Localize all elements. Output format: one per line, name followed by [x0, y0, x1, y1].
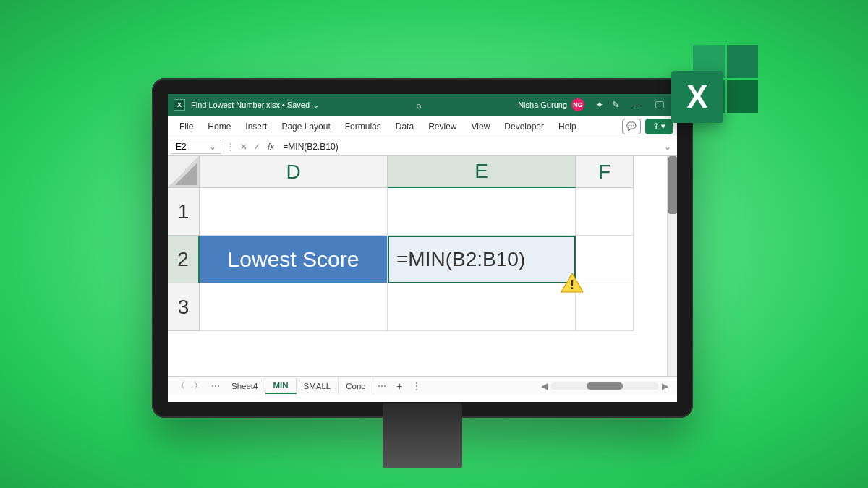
select-all-corner[interactable] [168, 156, 200, 188]
brush-icon[interactable]: ✎ [612, 100, 619, 110]
cell-f1[interactable] [576, 188, 634, 236]
row-header-3[interactable]: 3 [168, 283, 200, 331]
tab-data[interactable]: Data [388, 116, 421, 137]
chevron-down-icon[interactable]: ⌄ [312, 100, 319, 110]
cell-reference: E2 [176, 142, 187, 152]
search-icon[interactable]: ⌕ [416, 100, 422, 111]
monitor-frame: X Find Lowest Number.xlsx • Saved ⌄ ⌕ Ni… [152, 78, 693, 418]
hscroll-left-icon[interactable]: ◀ [541, 381, 548, 391]
formula-more-icon[interactable]: ⋮ [224, 142, 237, 152]
formula-input[interactable]: =MIN(B2:B10) [278, 142, 664, 152]
sheet-overflow-icon[interactable]: ⋯ [373, 381, 391, 391]
tab-file[interactable]: File [172, 116, 200, 137]
cell-d2[interactable]: Lowest Score [200, 236, 388, 283]
sheet-nav-prev[interactable]: 〈 [172, 380, 190, 391]
excel-logo-graphic: X [664, 45, 758, 139]
sheet-tab-sheet4[interactable]: Sheet4 [224, 378, 265, 394]
excel-app-icon: X [174, 99, 185, 111]
cell-e2[interactable]: =MIN(B2:B10) ! [388, 236, 576, 283]
cell-d3[interactable] [200, 283, 388, 331]
column-header-e[interactable]: E [388, 156, 576, 188]
user-name-label[interactable]: Nisha Gurung [518, 100, 567, 109]
user-avatar[interactable]: NG [571, 98, 584, 111]
warning-icon[interactable]: ! [560, 272, 584, 294]
column-header-d[interactable]: D [200, 156, 388, 188]
tab-review[interactable]: Review [421, 116, 464, 137]
sheet-tab-conc[interactable]: Conc [339, 378, 373, 394]
tab-formulas[interactable]: Formulas [338, 116, 388, 137]
row-header-1[interactable]: 1 [168, 188, 200, 236]
minimize-button[interactable]: — [625, 98, 647, 112]
horizontal-scrollbar[interactable] [550, 382, 659, 390]
cell-f2[interactable] [576, 236, 634, 283]
cell-e1[interactable] [388, 188, 576, 236]
row-header-2[interactable]: 2 [168, 236, 200, 283]
sheet-tab-small[interactable]: SMALL [297, 378, 339, 394]
formula-bar: E2 ⌄ ⋮ ✕ ✓ fx =MIN(B2:B10) ⌄ [168, 137, 677, 156]
column-header-f[interactable]: F [576, 156, 634, 188]
ribbon-tabs: File Home Insert Page Layout Formulas Da… [168, 116, 677, 137]
sheet-nav-more[interactable]: ⋯ [207, 381, 224, 391]
svg-text:!: ! [570, 278, 574, 292]
sheet-tab-min[interactable]: MIN [265, 378, 296, 394]
tab-view[interactable]: View [464, 116, 498, 137]
screen: X Find Lowest Number.xlsx • Saved ⌄ ⌕ Ni… [168, 94, 677, 402]
hscroll-right-icon[interactable]: ▶ [662, 381, 668, 391]
expand-formula-icon[interactable]: ⌄ [664, 142, 671, 152]
filename-label: Find Lowest Number.xlsx [191, 100, 280, 109]
tab-page-layout[interactable]: Page Layout [274, 116, 337, 137]
hscroll-thumb[interactable] [587, 382, 623, 390]
comments-button[interactable]: 💬 [622, 119, 641, 134]
maximize-button[interactable] [655, 101, 664, 108]
name-box[interactable]: E2 ⌄ [171, 140, 221, 154]
cancel-formula-icon[interactable]: ✕ [237, 142, 250, 152]
spreadsheet-grid[interactable]: D E F 1 2 Lowest Score =MIN(B2:B10) ! [168, 156, 677, 376]
separator-dot: • [280, 100, 287, 109]
fx-icon[interactable]: fx [268, 142, 274, 152]
sheet-menu-icon[interactable]: ⋮ [408, 381, 425, 391]
tab-developer[interactable]: Developer [497, 116, 551, 137]
diamond-icon[interactable]: ✦ [596, 100, 603, 110]
cell-d1[interactable] [200, 188, 388, 236]
tab-insert[interactable]: Insert [238, 116, 274, 137]
sheet-nav-next[interactable]: 〉 [190, 380, 207, 391]
sheet-tab-bar: 〈 〉 ⋯ Sheet4 MIN SMALL Conc ⋯ + ⋮ ◀ ▶ [168, 376, 677, 395]
title-bar: X Find Lowest Number.xlsx • Saved ⌄ ⌕ Ni… [168, 94, 677, 116]
vertical-scrollbar[interactable] [667, 156, 677, 376]
cell-f3[interactable] [576, 283, 634, 331]
cell-e3[interactable] [388, 283, 576, 331]
saved-state[interactable]: Saved [287, 100, 310, 109]
tab-home[interactable]: Home [200, 116, 238, 137]
accept-formula-icon[interactable]: ✓ [250, 142, 263, 152]
excel-logo-x: X [671, 71, 723, 123]
chevron-down-icon: ⌄ [209, 142, 216, 152]
add-sheet-button[interactable]: + [391, 380, 408, 392]
scrollbar-thumb[interactable] [668, 156, 677, 214]
cell-e2-value: =MIN(B2:B10) [396, 248, 525, 271]
tab-help[interactable]: Help [551, 116, 584, 137]
